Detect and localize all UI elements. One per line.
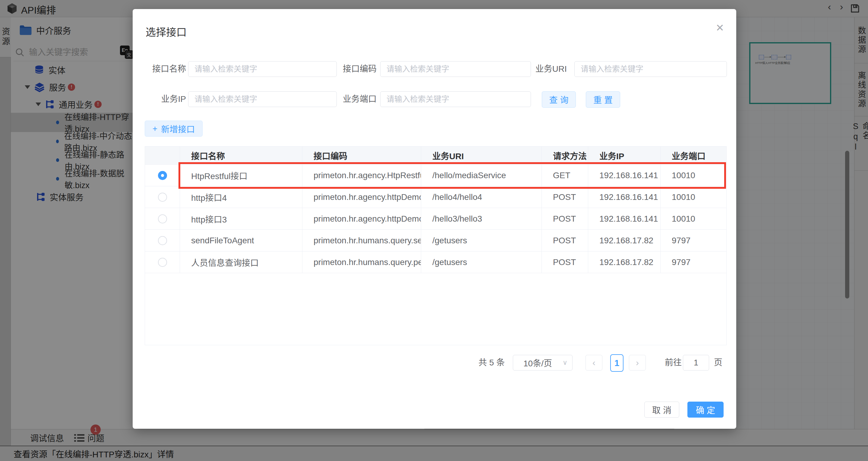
column-header: 业务端口 — [660, 147, 726, 164]
cell-port: 10010 — [660, 165, 726, 186]
confirm-button[interactable]: 确 定 — [687, 402, 723, 418]
cell-ip: 192.168.17.82 — [588, 230, 660, 251]
cell-uri: /hello4/hello4 — [421, 186, 542, 208]
cell-port: 10010 — [660, 186, 726, 208]
interface-table: 接口名称 接口编码 业务URI 请求方法 业务IP 业务端口 HtpRestfu… — [145, 146, 726, 345]
search-button[interactable]: 查 询 — [542, 91, 576, 107]
row-radio-4[interactable] — [158, 258, 167, 267]
cell-name: HtpRestful接口 — [180, 165, 302, 186]
chevron-down-icon: ∨ — [563, 359, 567, 367]
cell-code: primeton.hr.agency.HtpRestful — [302, 165, 421, 186]
table-row[interactable]: HtpRestful接口 primeton.hr.agency.HtpRestf… — [145, 165, 726, 186]
cell-method: POST — [542, 208, 588, 229]
cell-port: 9797 — [660, 230, 726, 251]
filter-uri-label: 业务URI — [534, 61, 567, 77]
column-header: 业务IP — [588, 147, 660, 164]
cell-code: primeton.hr.humans.query.send... — [302, 230, 421, 251]
add-interface-button[interactable]: + 新增接口 — [145, 121, 203, 136]
cell-code: primeton.hr.humans.query.pers... — [302, 251, 421, 273]
filter-ip-label: 业务IP — [145, 91, 186, 107]
row-radio-3[interactable] — [158, 236, 167, 245]
table-header-row: 接口名称 接口编码 业务URI 请求方法 业务IP 业务端口 — [145, 147, 726, 165]
cell-uri: /getusers — [421, 230, 542, 251]
page-size-select[interactable]: 10条/页 ∨ — [513, 355, 572, 371]
cell-port: 10010 — [660, 208, 726, 229]
cell-method: POST — [542, 186, 588, 208]
app-root: API编排 ‹ › 资源 中介服务 En 文 — [0, 0, 868, 461]
next-page-button[interactable]: › — [629, 355, 646, 371]
cell-ip: 192.168.16.141 — [588, 186, 660, 208]
table-row[interactable]: http接口4 primeton.hr.agency.httpDemo4 /he… — [145, 186, 726, 208]
prev-page-button[interactable]: ‹ — [586, 355, 602, 371]
cell-ip: 192.168.16.141 — [588, 165, 660, 186]
filter-ip-input[interactable] — [188, 91, 337, 107]
cell-name: sendFileToAgent — [180, 230, 302, 251]
cancel-button[interactable]: 取 消 — [644, 402, 679, 418]
cell-port: 9797 — [660, 251, 726, 273]
cell-code: primeton.hr.agency.httpDemo3 — [302, 208, 421, 229]
filter-port-input[interactable] — [380, 91, 531, 107]
select-interface-dialog: 选择接口 ✕ 接口名称 接口编码 业务URI 业务IP 业务端口 查 询 重 置… — [133, 9, 736, 429]
add-interface-label: 新增接口 — [161, 123, 195, 135]
filter-name-label: 接口名称 — [145, 61, 186, 77]
reset-button[interactable]: 重 置 — [586, 91, 620, 107]
cell-code: primeton.hr.agency.httpDemo4 — [302, 186, 421, 208]
page-unit-label: 页 — [714, 354, 722, 371]
total-count: 共 5 条 — [478, 354, 505, 371]
column-header: 请求方法 — [542, 147, 588, 164]
cell-method: POST — [542, 251, 588, 273]
filter-code-input[interactable] — [380, 61, 531, 77]
filter-code-label: 接口编码 — [335, 61, 377, 77]
goto-label: 前往 — [665, 354, 682, 371]
column-header: 业务URI — [421, 147, 542, 164]
cell-method: GET — [542, 165, 588, 186]
cell-uri: /hello/mediaService — [421, 165, 542, 186]
cell-name: 人员信息查询接口 — [180, 251, 302, 273]
cell-uri: /getusers — [421, 251, 542, 273]
row-radio-1[interactable] — [158, 193, 167, 202]
cell-method: POST — [542, 230, 588, 251]
close-icon[interactable]: ✕ — [716, 22, 724, 34]
cell-name: http接口3 — [180, 208, 302, 229]
cell-ip: 192.168.17.82 — [588, 251, 660, 273]
page-size-value: 10条/页 — [523, 357, 552, 369]
filter-port-label: 业务端口 — [335, 91, 377, 107]
pagination: 共 5 条 10条/页 ∨ ‹ 1 › 前往 页 — [133, 354, 726, 372]
row-radio-2[interactable] — [158, 214, 167, 223]
cell-name: http接口4 — [180, 186, 302, 208]
current-page-button[interactable]: 1 — [610, 354, 623, 372]
filter-uri-input[interactable] — [575, 61, 727, 77]
plus-icon: + — [153, 124, 157, 133]
dialog-title: 选择接口 — [146, 24, 187, 39]
cell-ip: 192.168.16.141 — [588, 208, 660, 229]
filter-name-input[interactable] — [188, 61, 337, 77]
table-row[interactable]: 人员信息查询接口 primeton.hr.humans.query.pers..… — [145, 251, 726, 273]
goto-page-input[interactable] — [683, 355, 709, 371]
cell-uri: /hello3/hello3 — [421, 208, 542, 229]
column-header: 接口名称 — [180, 147, 302, 164]
radio-column-header — [145, 147, 180, 164]
column-header: 接口编码 — [302, 147, 421, 164]
row-radio-0[interactable] — [158, 171, 167, 180]
table-row[interactable]: http接口3 primeton.hr.agency.httpDemo3 /he… — [145, 208, 726, 230]
table-row[interactable]: sendFileToAgent primeton.hr.humans.query… — [145, 230, 726, 251]
